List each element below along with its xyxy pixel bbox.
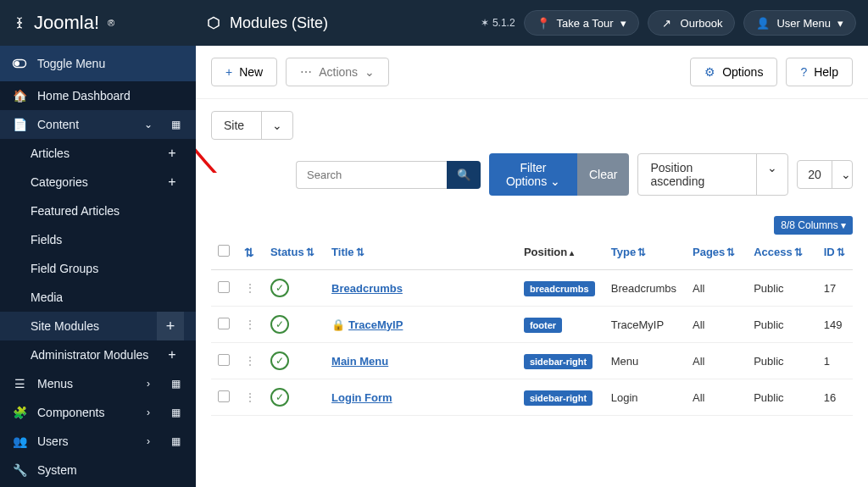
pages-cell: All <box>686 379 747 416</box>
take-tour-button[interactable]: 📍 Take a Tour ▾ <box>524 10 639 36</box>
status-published-icon[interactable]: ✓ <box>270 351 289 370</box>
actions-button[interactable]: ⋯ Actions ⌄ <box>286 58 389 86</box>
grid-icon[interactable]: ▦ <box>167 407 184 418</box>
user-circle-icon: 👤 <box>756 16 770 30</box>
drag-handle-icon[interactable]: ⋮ <box>244 318 256 331</box>
limit-select[interactable]: 20 ⌄ <box>797 160 853 189</box>
help-button[interactable]: ? Help <box>786 58 853 86</box>
access-cell: Public <box>747 270 817 307</box>
brand-text: Joomla! <box>34 12 99 34</box>
sidebar-item-home[interactable]: 🏠 Home Dashboard <box>0 81 196 110</box>
drag-handle-icon[interactable]: ⋮ <box>244 281 256 295</box>
module-title-link[interactable]: Login Form <box>331 391 392 404</box>
sidebar-item-featured[interactable]: Featured Articles <box>0 196 196 225</box>
pages-cell: All <box>686 343 747 379</box>
select-all-checkbox[interactable] <box>218 245 230 257</box>
status-published-icon[interactable]: ✓ <box>270 279 289 297</box>
new-button[interactable]: + New <box>211 58 277 86</box>
page-title-block: Modules (Site) <box>196 14 328 32</box>
search-button[interactable]: 🔍 <box>447 161 481 189</box>
chevron-right-icon: › <box>140 407 157 418</box>
drag-handle-icon[interactable]: ⋮ <box>244 354 256 368</box>
type-cell: TraceMyIP <box>604 307 686 343</box>
grid-icon[interactable]: ▦ <box>167 435 184 447</box>
sidebar-item-categories[interactable]: Categories + <box>0 168 196 196</box>
columns-toggle[interactable]: 8/8 Columns ▾ <box>774 216 853 235</box>
col-position[interactable]: Position <box>524 246 567 258</box>
chevron-down-icon[interactable]: ⌄ <box>261 112 292 139</box>
sidebar-item-system[interactable]: 🔧 System <box>0 456 196 484</box>
pages-cell: All <box>686 270 747 307</box>
main-panel: + New ⋯ Actions ⌄ ⚙ Options ? Help Site … <box>196 46 868 487</box>
sidebar-item-menus[interactable]: ☰ Menus › ▦ <box>0 369 196 398</box>
sort-ordering-icon[interactable]: ⇅ <box>244 246 254 259</box>
position-badge: sidebar-right <box>524 390 593 406</box>
col-type[interactable]: Type <box>611 246 636 258</box>
id-cell: 1 <box>817 343 853 379</box>
row-checkbox[interactable] <box>218 281 230 293</box>
chevron-down-icon: ▾ <box>620 17 626 30</box>
grid-icon[interactable]: ▦ <box>167 119 184 130</box>
sidebar-item-articles[interactable]: Articles + <box>0 139 196 168</box>
grid-icon[interactable]: ▦ <box>167 378 184 390</box>
search-icon: 🔍 <box>457 169 471 181</box>
options-button[interactable]: ⚙ Options <box>690 58 777 86</box>
lock-icon: 🔒 <box>331 318 345 331</box>
user-menu-button[interactable]: 👤 User Menu ▾ <box>743 10 856 36</box>
sidebar-item-media[interactable]: Media <box>0 283 196 312</box>
joomla-logo-icon <box>12 14 27 32</box>
id-cell: 17 <box>817 270 853 307</box>
client-select[interactable]: Site ⌄ <box>211 111 293 140</box>
drag-handle-icon[interactable]: ⋮ <box>244 390 256 404</box>
module-title-link[interactable]: Main Menu <box>331 355 388 368</box>
plus-icon[interactable]: + <box>160 139 184 168</box>
ourbook-button[interactable]: ↗ Ourbook <box>648 10 736 36</box>
module-title-link[interactable]: TraceMyIP <box>348 318 403 331</box>
col-access[interactable]: Access <box>754 246 793 258</box>
sidebar-item-users[interactable]: 👥 Users › ▦ <box>0 427 196 456</box>
sidebar-item-fields[interactable]: Fields <box>0 225 196 254</box>
plus-icon[interactable]: + <box>160 168 184 196</box>
col-status[interactable]: Status <box>270 246 304 258</box>
gear-icon: ⚙ <box>704 65 715 79</box>
chevron-down-icon[interactable]: ⌄ <box>832 161 853 188</box>
row-checkbox[interactable] <box>218 390 230 402</box>
chevron-down-icon[interactable]: ⌄ <box>756 154 787 195</box>
position-badge: breadcrumbs <box>524 281 595 296</box>
chevron-down-icon: ⌄ <box>364 65 375 79</box>
toggle-menu-button[interactable]: Toggle Menu <box>0 46 196 81</box>
cube-icon <box>206 14 221 31</box>
plus-icon[interactable]: + <box>160 340 184 369</box>
caret-down-icon: ▾ <box>841 219 846 231</box>
svg-point-1 <box>14 61 19 66</box>
sidebar-item-admin-modules[interactable]: Administrator Modules + <box>0 340 196 369</box>
sidebar-item-field-groups[interactable]: Field Groups <box>0 254 196 283</box>
filter-options-button[interactable]: Filter Options ⌄ <box>489 153 577 196</box>
col-title[interactable]: Title <box>331 246 354 258</box>
status-published-icon[interactable]: ✓ <box>270 315 289 334</box>
status-published-icon[interactable]: ✓ <box>270 388 289 407</box>
plus-icon: + <box>225 65 232 79</box>
search-input[interactable] <box>296 161 447 189</box>
table-row: ⋮✓Login Formsidebar-rightLoginAllPublic1… <box>211 379 853 416</box>
brand[interactable]: Joomla!® <box>0 12 196 34</box>
row-checkbox[interactable] <box>218 318 230 329</box>
clear-button[interactable]: Clear <box>577 153 629 196</box>
version-badge[interactable]: ✶ 5.1.2 <box>481 17 515 29</box>
list-icon: ☰ <box>12 377 27 390</box>
sidebar-item-components[interactable]: 🧩 Components › ▦ <box>0 398 196 427</box>
sidebar-item-content[interactable]: 📄 Content ⌄ ▦ <box>0 110 196 139</box>
modules-table: ⇅ Status⇅ Title⇅ Position ▴ Type⇅ Pages⇅… <box>211 235 853 416</box>
col-id[interactable]: ID <box>824 246 835 258</box>
sort-select[interactable]: Position ascending ⌄ <box>637 153 788 196</box>
filters-area: Site ⌄ 🔍 Filter Options ⌄ Clear <box>196 99 868 208</box>
action-toolbar: + New ⋯ Actions ⌄ ⚙ Options ? Help <box>196 46 868 99</box>
id-cell: 16 <box>817 379 853 416</box>
module-title-link[interactable]: Breadcrumbs <box>331 282 403 295</box>
row-checkbox[interactable] <box>218 354 230 366</box>
access-cell: Public <box>747 307 817 343</box>
id-cell: 149 <box>817 307 853 343</box>
col-pages[interactable]: Pages <box>693 246 725 258</box>
sidebar-item-site-modules[interactable]: Site Modules + <box>0 312 196 340</box>
plus-icon[interactable]: + <box>157 312 184 340</box>
